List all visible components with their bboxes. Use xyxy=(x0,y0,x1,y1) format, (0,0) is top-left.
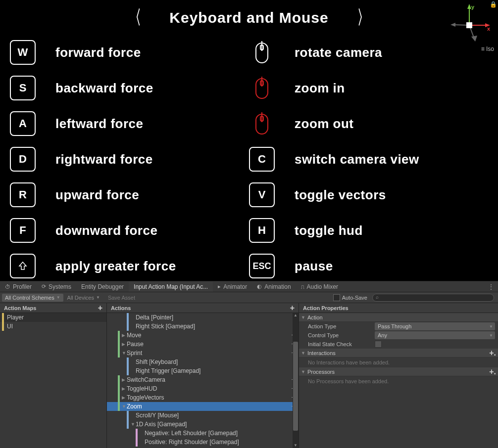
add-interaction-button[interactable]: +. xyxy=(489,350,496,356)
processors-section-header[interactable]: ▼Processors +. xyxy=(299,367,498,376)
action-item[interactable]: ▼Zoom+. xyxy=(107,402,299,411)
control-type-dropdown[interactable]: Any▼ xyxy=(375,331,495,339)
search-input[interactable]: ⌕ xyxy=(372,294,494,302)
save-asset-button[interactable]: Save Asset xyxy=(104,294,139,302)
add-processor-button[interactable]: +. xyxy=(489,369,496,375)
tab-animation[interactable]: ◐Animation xyxy=(252,282,296,292)
interactions-empty-text: No Interactions have been added. xyxy=(299,358,498,367)
action-item[interactable]: ▼Sprint+. xyxy=(107,349,299,358)
binding-row: apply greater force xyxy=(10,254,249,278)
auto-save-checkbox[interactable] xyxy=(333,294,340,301)
action-item[interactable]: ▶ToggleVectors+. xyxy=(107,393,299,402)
add-action-map-button[interactable]: + xyxy=(98,305,102,311)
binding-label: toggle vectors xyxy=(295,187,386,203)
control-scheme-dropdown[interactable]: All Control Schemes▼ xyxy=(2,294,63,302)
binding-label: zoom out xyxy=(295,116,354,132)
prev-scheme-button[interactable]: 〈 xyxy=(130,5,141,30)
key-h: H xyxy=(249,218,275,243)
binding-row: Aleftward force xyxy=(10,111,249,136)
binding-row: Sbackward force xyxy=(10,76,249,100)
lock-icon[interactable]: 🔒 xyxy=(490,1,497,8)
mouse-icon xyxy=(249,40,275,65)
action-item[interactable]: ▶ToggleHUD+. xyxy=(107,384,299,393)
key-d: D xyxy=(10,147,36,172)
editor-tabs: ⏱Profiler⟳SystemsEntity DebuggerInput Ac… xyxy=(0,281,498,292)
svg-rect-10 xyxy=(466,22,472,28)
action-item[interactable]: Right Stick [Gamepad] xyxy=(107,322,299,331)
binding-row: Fdownward force xyxy=(10,218,249,243)
action-properties-title: Action Properties xyxy=(303,305,349,311)
action-map-item[interactable]: UI xyxy=(0,322,106,331)
action-maps-panel: Action Maps + PlayerUI xyxy=(0,303,107,448)
actions-panel: Actions + Delta [Pointer]Right Stick [Ga… xyxy=(107,303,299,448)
binding-label: toggle HUD xyxy=(295,223,363,238)
binding-label: apply greater force xyxy=(55,259,176,274)
action-item[interactable]: ▶SwitchCamera+. xyxy=(107,375,299,384)
binding-label: pause xyxy=(295,259,333,274)
mouse-scroll-icon xyxy=(249,76,275,100)
binding-label: leftward force xyxy=(55,116,144,132)
key-r: R xyxy=(10,182,36,207)
action-item[interactable]: ▶Pause+. xyxy=(107,340,299,349)
binding-row: Vtoggle vectors xyxy=(249,182,488,207)
action-item[interactable]: ▶Move+. xyxy=(107,331,299,340)
action-item[interactable]: Delta [Pointer] xyxy=(107,313,299,322)
tab-systems[interactable]: ⟳Systems xyxy=(37,282,76,292)
tab-icon: ⏱ xyxy=(5,284,10,290)
tab-input-action-map-input-ac-[interactable]: Input Action Map (Input Ac... xyxy=(129,282,213,292)
action-section-header[interactable]: ▼Action xyxy=(299,313,498,322)
action-item[interactable]: ▼1D Axis [Gamepad] xyxy=(107,420,299,429)
key-⇧ xyxy=(10,254,36,278)
binding-row: Wforward force xyxy=(10,40,249,65)
action-item[interactable]: Negative: Left Shoulder [Gamepad] xyxy=(107,429,299,438)
action-properties-panel: Action Properties ▼Action Action Type Pa… xyxy=(299,303,498,448)
svg-text:x: x xyxy=(487,26,491,32)
editor-panel: ⏱Profiler⟳SystemsEntity DebuggerInput Ac… xyxy=(0,281,498,448)
binding-row: ESCpause xyxy=(249,254,488,278)
binding-row: zoom out xyxy=(249,111,488,136)
initial-state-checkbox[interactable] xyxy=(375,341,382,348)
action-item[interactable]: Scroll/Y [Mouse] xyxy=(107,411,299,420)
control-type-label: Control Type xyxy=(308,332,375,338)
tab-icon: ▸ xyxy=(218,283,221,290)
binding-row: Drightward force xyxy=(10,147,249,172)
key-c: C xyxy=(249,147,275,172)
interactions-section-header[interactable]: ▼Interactions +. xyxy=(299,349,498,358)
binding-label: downward force xyxy=(55,223,157,238)
action-type-label: Action Type xyxy=(308,323,375,329)
binding-row: Rupward force xyxy=(10,182,249,207)
mouse-scroll-icon xyxy=(249,111,275,136)
svg-marker-7 xyxy=(450,23,455,27)
actions-title: Actions xyxy=(111,305,131,311)
next-scheme-button[interactable]: 〉 xyxy=(357,5,368,30)
binding-label: upward force xyxy=(55,187,139,203)
tab-overflow-menu[interactable]: ⋮ xyxy=(484,283,498,290)
binding-label: backward force xyxy=(55,81,153,96)
svg-text:y: y xyxy=(471,4,475,10)
auto-save-label: Auto-Save xyxy=(342,295,367,301)
action-map-item[interactable]: Player xyxy=(0,313,106,322)
action-item[interactable]: Shift [Keyboard] xyxy=(107,358,299,366)
key-v: V xyxy=(249,182,275,207)
iso-label[interactable]: ≡ Iso xyxy=(481,45,494,52)
action-item[interactable]: Positive: Right Shoulder [Gamepad] xyxy=(107,438,299,447)
binding-row: Cswitch camera view xyxy=(249,147,488,172)
page-title: Keyboard and Mouse xyxy=(169,9,328,26)
svg-marker-1 xyxy=(467,4,471,9)
game-view: 〈 Keyboard and Mouse 〉 y x 🔒 ≡ Iso Wforw… xyxy=(0,0,498,281)
action-type-dropdown[interactable]: Pass Through▼ xyxy=(375,322,495,330)
add-action-button[interactable]: + xyxy=(290,305,295,311)
tab-profiler[interactable]: ⏱Profiler xyxy=(0,282,37,292)
devices-dropdown[interactable]: All Devices▼ xyxy=(64,294,103,302)
binding-label: forward force xyxy=(55,45,141,60)
actions-scrollbar[interactable]: ▲ ▼ xyxy=(293,313,299,448)
tab-icon: ⎍ xyxy=(301,284,304,290)
tab-animator[interactable]: ▸Animator xyxy=(213,282,252,292)
binding-row: Htoggle HUD xyxy=(249,218,488,243)
action-item[interactable]: Right Trigger [Gamepad] xyxy=(107,366,299,375)
action-maps-title: Action Maps xyxy=(4,305,36,311)
tab-audio-mixer[interactable]: ⎍Audio Mixer xyxy=(296,282,343,292)
binding-label: rightward force xyxy=(55,152,153,167)
tab-entity-debugger[interactable]: Entity Debugger xyxy=(76,282,129,292)
svg-marker-9 xyxy=(471,36,477,42)
